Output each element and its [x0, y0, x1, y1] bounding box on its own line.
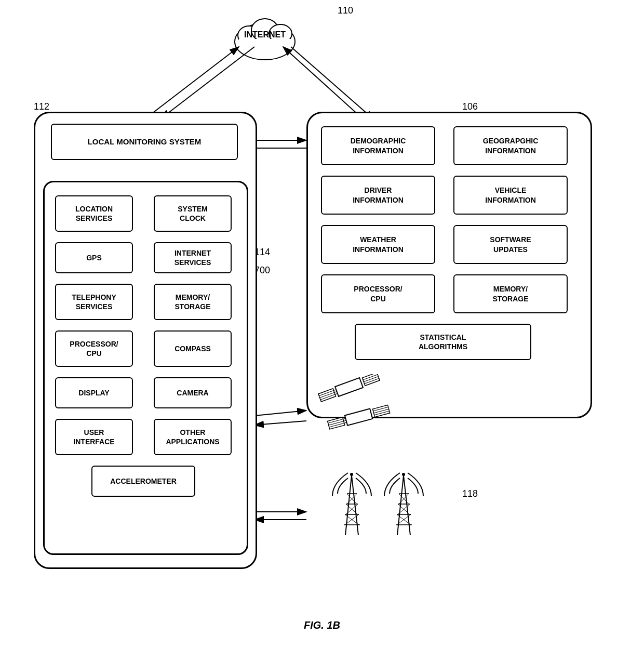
svg-line-8 — [145, 47, 239, 118]
accelerometer-box: ACCELEROMETER — [91, 466, 195, 497]
processor-cpu-right-box: PROCESSOR/CPU — [321, 274, 435, 313]
memory-storage-right-box: MEMORY/STORAGE — [453, 274, 568, 313]
internet-label: INTERNET — [244, 30, 286, 39]
system-clock-box: SYSTEMCLOCK — [154, 195, 232, 232]
svg-point-50 — [350, 473, 353, 476]
svg-rect-20 — [335, 378, 363, 396]
processor-cpu-left-box: PROCESSOR/CPU — [55, 330, 133, 367]
geographic-info-box: GEOGRAPGHICINFORMATION — [453, 126, 568, 165]
svg-line-9 — [161, 47, 254, 118]
figure-label: FIG. 1B — [304, 619, 340, 631]
svg-point-2 — [235, 23, 295, 60]
vehicle-info-box: VEHICLEINFORMATION — [453, 176, 568, 215]
svg-line-10 — [291, 47, 374, 120]
svg-rect-22 — [362, 374, 380, 386]
svg-line-38 — [345, 475, 352, 535]
diagram: 110 112 106 114 700 116 118 INTERNET LOC… — [0, 0, 644, 634]
statistical-algorithms-box: STATISTICALALGORITHMS — [355, 324, 531, 360]
gps-box: GPS — [55, 242, 133, 273]
camera-box: CAMERA — [154, 377, 232, 408]
svg-rect-29 — [345, 409, 372, 426]
ref-106: 106 — [462, 101, 478, 112]
local-monitoring-system-box: LOCAL MONITORING SYSTEM — [51, 124, 238, 160]
svg-line-16 — [254, 411, 306, 416]
ref-112: 112 — [34, 101, 49, 112]
memory-storage-left-box: MEMORY/STORAGE — [154, 284, 232, 320]
user-interface-box: USERINTERFACE — [55, 419, 133, 455]
sub-container: LOCATIONSERVICES SYSTEMCLOCK GPS INTERNE… — [43, 181, 248, 555]
software-updates-box: SOFTWAREUPDATES — [453, 225, 568, 264]
driver-info-box: DRIVERINFORMATION — [321, 176, 435, 215]
ref-118: 118 — [462, 488, 478, 499]
other-applications-box: OTHERAPPLICATIONS — [154, 419, 232, 455]
compass-box: COMPASS — [154, 330, 232, 367]
telephony-services-box: TELEPHONYSERVICES — [55, 284, 133, 320]
local-monitoring-container: LOCAL MONITORING SYSTEM LOCATIONSERVICES… — [34, 112, 257, 569]
weather-info-box: WEATHERINFORMATION — [321, 225, 435, 264]
ref-110: 110 — [338, 5, 353, 16]
demographic-info-box: DEMOGRAPHICINFORMATION — [321, 126, 435, 165]
location-services-box: LOCATIONSERVICES — [55, 195, 133, 232]
svg-point-63 — [402, 473, 405, 476]
svg-line-51 — [397, 475, 404, 535]
svg-line-17 — [254, 421, 306, 425]
satellite-icon — [306, 374, 441, 436]
display-box: DISPLAY — [55, 377, 133, 408]
svg-line-52 — [404, 475, 410, 535]
right-container: DEMOGRAPHICINFORMATION GEOGRAPGHICINFORM… — [306, 112, 592, 418]
cell-towers-icon — [306, 468, 441, 540]
internet-services-box: INTERNETSERVICES — [154, 242, 232, 273]
svg-line-11 — [283, 47, 364, 120]
svg-rect-6 — [239, 39, 291, 49]
svg-line-39 — [352, 475, 358, 535]
